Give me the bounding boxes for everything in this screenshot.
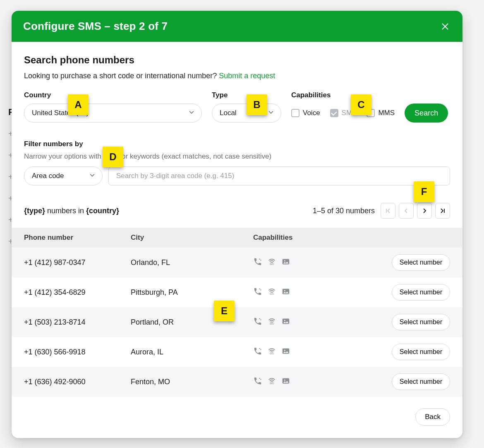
cell-phone-number: +1 (412) 354-6829 [24, 288, 131, 297]
cell-capabilities: SMS [253, 376, 376, 388]
listing-title: {type} numbers in {country} [24, 207, 119, 215]
column-header-capabilities: Capabilities [253, 234, 376, 242]
table-row: +1 (412) 354-6829 Pittsburgh, PA SMS Sel… [12, 277, 462, 307]
voice-icon [253, 257, 262, 268]
svg-point-15 [260, 319, 261, 320]
column-header-number: Phone number [24, 234, 131, 242]
pager-status: 1–5 of 30 numbers [313, 207, 375, 215]
table-row: +1 (503) 213-8714 Portland, OR SMS Selec… [12, 307, 462, 337]
cell-city: Pittsburgh, PA [131, 288, 253, 297]
cell-phone-number: +1 (630) 566-9918 [24, 348, 131, 356]
sms-icon: SMS [267, 376, 276, 388]
chevron-down-icon [89, 172, 96, 181]
svg-text:SMS: SMS [270, 323, 274, 325]
last-page-icon [439, 207, 446, 214]
back-button[interactable]: Back [415, 408, 450, 426]
chevron-right-icon [421, 207, 428, 214]
section-title: Search phone numbers [24, 54, 450, 66]
annotation-a: A [68, 94, 89, 115]
annotation-b: B [247, 94, 267, 115]
svg-text:SMS: SMS [270, 293, 274, 295]
country-label: Country [24, 91, 202, 99]
chevron-down-icon [268, 109, 274, 118]
select-number-button[interactable]: Select number [392, 373, 450, 390]
pager-last-button[interactable] [435, 203, 450, 219]
mms-icon [281, 347, 290, 358]
select-number-button[interactable]: Select number [392, 314, 450, 330]
pager-prev-button[interactable] [399, 203, 414, 219]
filter-input[interactable] [108, 166, 450, 185]
sms-icon: SMS [267, 317, 276, 328]
svg-point-13 [284, 290, 285, 291]
svg-text:SMS: SMS [270, 383, 274, 385]
mms-icon [281, 257, 290, 268]
svg-point-18 [284, 320, 285, 321]
select-number-button[interactable]: Select number [392, 254, 450, 271]
filter-label: Filter numbers by [24, 140, 450, 148]
checkbox-checked-icon [330, 109, 338, 117]
modal-title: Configure SMS – step 2 of 7 [23, 20, 168, 33]
annotation-c: C [351, 94, 371, 115]
close-icon [441, 22, 449, 31]
voice-icon [253, 317, 262, 328]
svg-point-25 [260, 379, 261, 380]
annotation-f: F [414, 181, 434, 202]
cell-city: Portland, OR [131, 318, 253, 327]
pager-first-button[interactable] [381, 203, 395, 219]
voice-icon [253, 287, 262, 298]
country-select[interactable]: United States (+1) [24, 104, 202, 123]
svg-point-9 [259, 288, 260, 289]
search-button[interactable]: Search [405, 104, 448, 123]
checkbox-unchecked-icon [291, 109, 300, 117]
pager-next-button[interactable] [417, 203, 432, 219]
column-header-city: City [131, 234, 253, 242]
filter-hint: Narrow your options with digits or keywo… [24, 152, 450, 161]
svg-point-19 [259, 348, 260, 349]
cell-city: Orlando, FL [131, 258, 253, 267]
select-number-button[interactable]: Select number [392, 344, 450, 360]
annotation-e: E [214, 301, 235, 321]
svg-point-8 [284, 260, 285, 261]
close-button[interactable] [439, 21, 451, 32]
numbers-table: Phone number City Capabilities +1 (412) … [12, 228, 462, 397]
cell-city: Aurora, IL [131, 348, 253, 356]
capability-voice[interactable]: Voice [291, 109, 320, 117]
svg-point-23 [284, 349, 285, 351]
sms-icon: SMS [267, 257, 276, 268]
voice-icon [253, 376, 262, 388]
chevron-left-icon [403, 207, 410, 214]
configure-sms-modal: Configure SMS – step 2 of 7 Search phone… [12, 11, 462, 438]
mms-icon [281, 287, 290, 298]
table-row: +1 (636) 492-9060 Fenton, MO SMS Select … [12, 367, 462, 397]
cell-city: Fenton, MO [131, 378, 253, 386]
submit-request-link[interactable]: Submit a request [219, 72, 275, 80]
select-number-button[interactable]: Select number [392, 284, 450, 301]
table-row: +1 (412) 987-0347 Orlando, FL SMS Select… [12, 248, 462, 277]
svg-point-20 [260, 349, 261, 350]
cell-capabilities: SMS [253, 287, 376, 298]
voice-icon [253, 347, 262, 358]
svg-point-24 [259, 378, 260, 378]
svg-point-5 [260, 260, 261, 260]
intro-text: Looking to purchase a short code or inte… [24, 72, 450, 80]
cell-capabilities: SMS [253, 347, 376, 358]
table-row: +1 (630) 566-9918 Aurora, IL SMS Select … [12, 337, 462, 367]
svg-point-10 [260, 289, 261, 290]
annotation-d: D [103, 147, 123, 167]
svg-point-28 [284, 379, 285, 381]
mms-icon [281, 376, 290, 388]
cell-capabilities: SMS [253, 257, 376, 268]
table-header: Phone number City Capabilities [12, 228, 462, 248]
svg-point-14 [259, 318, 260, 319]
cell-capabilities: SMS [253, 317, 376, 328]
svg-text:SMS: SMS [270, 263, 274, 265]
svg-point-4 [259, 258, 260, 259]
cell-phone-number: +1 (636) 492-9060 [24, 378, 131, 386]
modal-header: Configure SMS – step 2 of 7 [12, 11, 462, 42]
capabilities-label: Capabilities [291, 91, 395, 99]
chevron-down-icon [188, 109, 195, 118]
filter-mode-select[interactable]: Area code [24, 166, 103, 185]
svg-text:SMS: SMS [270, 353, 274, 355]
sms-icon: SMS [267, 287, 276, 298]
cell-phone-number: +1 (503) 213-8714 [24, 318, 131, 327]
